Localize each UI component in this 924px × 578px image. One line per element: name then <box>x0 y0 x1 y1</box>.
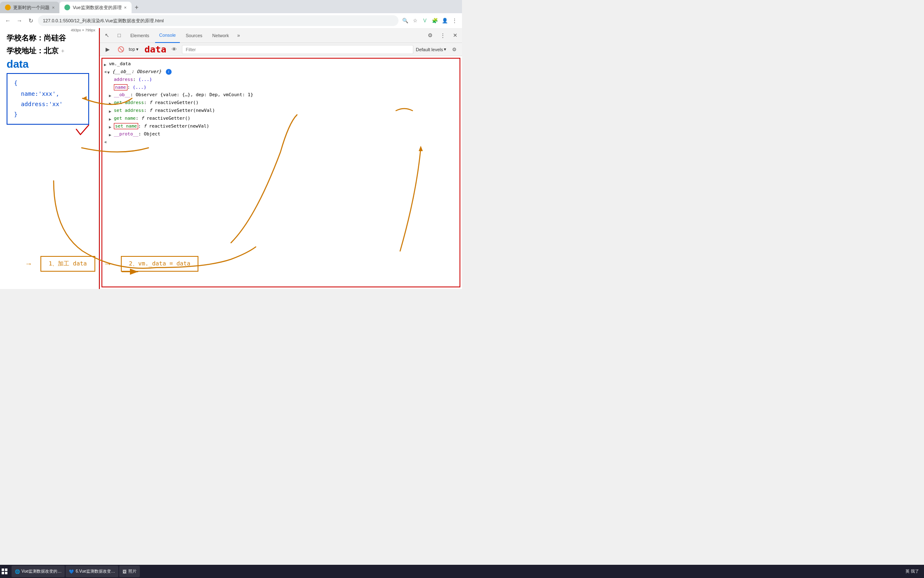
info-icon: i <box>166 69 172 75</box>
tab-1-title: 更新时的一个问题 <box>13 5 50 11</box>
default-levels-arrow: ▾ <box>444 47 446 52</box>
set-name-text: set name: f reactiveSetter(newVal) <box>114 123 458 130</box>
expand-icon-ob: ▼ <box>107 69 112 76</box>
proto-text: __proto__: Object <box>114 131 458 138</box>
browser-chrome: 更新时的一个问题 × Vue监测数据改变的原理 × + ← → ↻ 127.0.… <box>0 0 462 28</box>
tab-network-label: Network <box>212 33 229 38</box>
console-row-address[interactable]: address: (...) <box>102 76 460 84</box>
name-prop-text: name: (...) <box>114 84 458 91</box>
extensions-icon[interactable]: 🧩 <box>431 17 439 25</box>
expand-icon-name <box>109 84 114 85</box>
webpage-panel: 493px × 799px 学校名称：尚硅谷 学校地址：北京 + data { … <box>0 28 99 289</box>
console-data-label: data <box>144 44 166 54</box>
tab-console[interactable]: Console <box>155 28 180 43</box>
forward-button[interactable]: → <box>15 16 24 25</box>
address-box[interactable]: 127.0.0.1:5500/12_列表渲染/6.Vue监测数据改变的原理.ht… <box>38 15 398 26</box>
tab-2-icon <box>64 5 70 10</box>
tab-2[interactable]: Vue监测数据改变的原理 × <box>59 2 132 13</box>
console-row-name[interactable]: name: (...) <box>102 84 460 92</box>
school-address-text: 学校地址：北京 <box>7 46 59 56</box>
data-line-1: { <box>14 78 82 88</box>
default-levels[interactable]: Default levels ▾ <box>416 47 446 52</box>
vm-data-text: vm._data <box>109 61 458 68</box>
tab-1-icon <box>5 5 11 10</box>
vue-devtools-icon[interactable]: V <box>421 17 429 25</box>
back-button[interactable]: ← <box>3 16 12 25</box>
plus-sign: + <box>61 47 64 55</box>
console-output: ▶ vm._data ◀ ▼ {__ob__: Observer} i addr… <box>101 58 460 287</box>
console-filter-input[interactable] <box>182 45 413 54</box>
ob-text: {__ob__: Observer} i <box>112 69 458 76</box>
settings-icon[interactable]: ⚙ <box>425 30 436 41</box>
main-content: 493px × 799px 学校名称：尚硅谷 学校地址：北京 + data { … <box>0 28 462 289</box>
address-bar-row: ← → ↻ 127.0.0.1:5500/12_列表渲染/6.Vue监测数据改变… <box>0 13 462 28</box>
expand-icon-get-name: ▶ <box>109 115 114 122</box>
tab-1-close[interactable]: × <box>52 5 54 10</box>
tab-sources[interactable]: Sources <box>182 28 206 43</box>
expand-icon-ob-inner: ▶ <box>109 92 114 99</box>
clear-console-button[interactable]: ▶ <box>102 44 113 55</box>
expand-icon-set-addr: ▶ <box>109 107 114 114</box>
expand-icon-addr <box>109 76 114 77</box>
school-address: 学校地址：北京 + <box>7 46 92 56</box>
console-row-set-name[interactable]: ▶ set name: f reactiveSetter(newVal) <box>102 123 460 130</box>
bookmark-icon[interactable]: ☆ <box>411 17 419 25</box>
console-toolbar: ▶ 🚫 top ▾ data 👁 Default levels ▾ ⚙ <box>100 43 462 56</box>
get-address-text: get address: f reactiveGetter() <box>114 99 458 107</box>
expand-icon-vm: ▶ <box>104 61 109 68</box>
browser-actions: 🔍 ☆ V 🧩 👤 ⋮ <box>401 17 459 25</box>
size-indicator: 493px × 799px <box>71 28 95 32</box>
data-line-4: } <box>14 109 82 120</box>
mobile-icon[interactable]: □ <box>114 30 125 41</box>
left-arrow-icon-2: ◀ <box>104 139 107 145</box>
top-selector[interactable]: top ▾ <box>129 47 139 52</box>
devtools-menu-icon[interactable]: ⋮ <box>437 30 448 41</box>
data-box-content: { name:'xxx', address:'xx' } <box>14 78 82 120</box>
console-row-ob-inner[interactable]: ▶ __ob__: Observer {value: {…}, dep: Dep… <box>102 91 460 99</box>
console-row-ob[interactable]: ◀ ▼ {__ob__: Observer} i <box>102 68 460 76</box>
school-name: 学校名称：尚硅谷 <box>7 33 92 43</box>
devtools-right-icons: ⚙ ⋮ ✕ <box>425 30 460 41</box>
devtools-toolbar: ↖ □ Elements Console Sources Network » ⚙… <box>100 28 462 43</box>
expand-icon-set-name: ▶ <box>109 123 114 130</box>
data-label: data <box>7 58 92 71</box>
set-address-text: set address: f reactiveSetter(newVal) <box>114 107 458 114</box>
data-line-3: address:'xx' <box>14 99 82 109</box>
console-row-get-address[interactable]: ▶ get address: f reactiveGetter() <box>102 99 460 107</box>
tab-1[interactable]: 更新时的一个问题 × <box>0 2 59 13</box>
tab-elements[interactable]: Elements <box>126 28 153 43</box>
tab-elements-label: Elements <box>130 33 149 38</box>
console-row-get-name[interactable]: ▶ get name: f reactiveGetter() <box>102 115 460 123</box>
eye-icon[interactable]: 👁 <box>169 44 179 55</box>
default-levels-label: Default levels <box>416 47 443 52</box>
tab-2-close[interactable]: × <box>124 5 127 10</box>
console-settings-icon[interactable]: ⚙ <box>449 44 460 55</box>
devtools-panel: ↖ □ Elements Console Sources Network » ⚙… <box>99 28 462 289</box>
menu-icon[interactable]: ⋮ <box>450 17 459 25</box>
search-icon[interactable]: 🔍 <box>401 17 409 25</box>
cursor-icon[interactable]: ↖ <box>101 30 112 41</box>
console-row-blank: ◀ <box>102 138 460 145</box>
expand-icon-proto: ▶ <box>109 131 114 138</box>
tab-network[interactable]: Network <box>208 28 233 43</box>
more-tabs-button[interactable]: » <box>235 31 243 40</box>
data-line-2: name:'xxx', <box>14 89 82 99</box>
close-devtools-button[interactable]: ✕ <box>450 30 460 41</box>
block-icon[interactable]: 🚫 <box>116 44 126 55</box>
new-tab-button[interactable]: + <box>132 2 141 12</box>
console-row-vm-data[interactable]: ▶ vm._data <box>102 60 460 68</box>
account-icon[interactable]: 👤 <box>441 17 449 25</box>
expand-icon-get-addr: ▶ <box>109 99 114 107</box>
address-prop-text: address: (...) <box>114 76 458 83</box>
tab-2-title: Vue监测数据改变的原理 <box>73 5 121 11</box>
left-arrow-icon: ◀ <box>104 69 107 75</box>
tab-sources-label: Sources <box>186 33 202 38</box>
ob-inner-text: __ob__: Observer {value: {…}, dep: Dep, … <box>114 92 458 99</box>
tab-console-label: Console <box>159 33 176 38</box>
console-row-proto[interactable]: ▶ __proto__: Object <box>102 130 460 138</box>
data-box: { name:'xxx', address:'xx' } <box>7 73 89 125</box>
refresh-button[interactable]: ↻ <box>26 16 35 25</box>
console-row-set-address[interactable]: ▶ set address: f reactiveSetter(newVal) <box>102 107 460 115</box>
tab-bar: 更新时的一个问题 × Vue监测数据改变的原理 × + <box>0 0 462 13</box>
address-text: 127.0.0.1:5500/12_列表渲染/6.Vue监测数据改变的原理.ht… <box>43 18 164 24</box>
